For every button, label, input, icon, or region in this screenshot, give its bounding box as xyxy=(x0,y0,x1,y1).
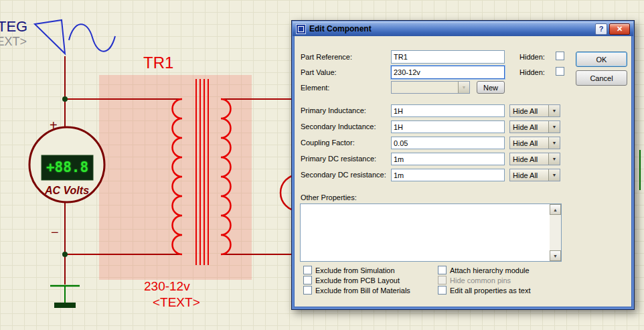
chevron-down-icon[interactable]: ▼ xyxy=(548,137,560,149)
junction-dot xyxy=(62,252,68,257)
secondary-inductance-label: Secondary Inductance: xyxy=(301,122,376,131)
primary-dc-resistance-visibility[interactable]: Hide All ▼ xyxy=(509,153,560,165)
element-dropdown-value xyxy=(392,82,458,93)
secondary-inductance-input[interactable] xyxy=(391,120,505,133)
edit-component-dialog: Edit Component ? ✕ Part Reference: Hidde… xyxy=(291,20,635,310)
chevron-down-icon[interactable]: ▼ xyxy=(548,153,560,165)
edit-properties-text-label: Edit all properties as text xyxy=(450,286,530,295)
hidden-checkbox-2[interactable] xyxy=(556,67,564,76)
other-properties-textarea[interactable]: ▲ ▼ xyxy=(300,203,562,262)
voltmeter-reading: +88.8 xyxy=(42,159,93,175)
secondary-dc-resistance-visibility[interactable]: Hide All ▼ xyxy=(509,169,560,181)
new-button[interactable]: New xyxy=(477,81,505,94)
attach-hierarchy-label: Attach hierarchy module xyxy=(450,266,530,274)
primary-inductance-input[interactable] xyxy=(391,104,505,117)
exclude-bom-checkbox[interactable] xyxy=(303,286,312,295)
generator-symbol[interactable] xyxy=(35,20,115,54)
transformer-text-label: <TEXT> xyxy=(153,295,200,310)
scroll-down-icon[interactable]: ▼ xyxy=(550,250,561,261)
hidden-checkbox-1[interactable] xyxy=(556,52,564,60)
chevron-down-icon[interactable]: ▼ xyxy=(548,105,560,116)
exclude-simulation-checkbox[interactable] xyxy=(303,266,312,274)
hidden-label-2: Hidden: xyxy=(519,68,545,76)
secondary-inductance-visibility[interactable]: Hide All ▼ xyxy=(509,120,560,133)
voltmeter-label: AC Volts xyxy=(30,185,104,197)
coupling-factor-input[interactable] xyxy=(391,137,505,149)
coupling-factor-label: Coupling Factor: xyxy=(301,139,355,147)
visibility-value: Hide All xyxy=(510,121,548,133)
secondary-dc-resistance-input[interactable] xyxy=(391,169,505,181)
app-icon xyxy=(296,24,306,34)
part-reference-label: Part Reference: xyxy=(301,53,352,61)
part-value-label: Part Value: xyxy=(301,68,337,76)
voltmeter-minus-label: − xyxy=(51,225,59,240)
scroll-up-icon[interactable]: ▲ xyxy=(550,204,561,215)
visibility-value: Hide All xyxy=(510,153,548,165)
transformer-ref-label: TR1 xyxy=(143,54,173,72)
cancel-button[interactable]: Cancel xyxy=(576,70,627,86)
dialog-title: Edit Component xyxy=(309,24,593,33)
generator-text-label: <TEXT> xyxy=(0,35,27,49)
voltmeter-plus-label: + xyxy=(50,118,58,133)
dialog-titlebar[interactable]: Edit Component ? ✕ xyxy=(293,21,633,36)
coupling-factor-visibility[interactable]: Hide All ▼ xyxy=(509,137,560,149)
close-icon[interactable]: ✕ xyxy=(609,23,630,35)
edit-properties-text-checkbox[interactable] xyxy=(438,286,447,295)
transformer-value-label: 230-12v xyxy=(144,279,190,294)
ground-bar-thick xyxy=(54,303,76,308)
element-label: Element: xyxy=(301,84,329,92)
exclude-pcb-label: Exclude from PCB Layout xyxy=(315,276,400,284)
part-reference-input[interactable] xyxy=(391,50,505,64)
generator-flag[interactable] xyxy=(35,20,65,54)
visibility-value: Hide All xyxy=(510,169,548,181)
proteus-schematic-canvas: { "schematic": { "generator": { "label":… xyxy=(0,0,644,330)
secondary-dc-resistance-label: Secondary DC resistance: xyxy=(301,171,386,179)
element-dropdown[interactable]: ▼ xyxy=(391,81,470,94)
junction-dot xyxy=(62,96,68,102)
visibility-value: Hide All xyxy=(510,137,548,149)
chevron-down-icon[interactable]: ▼ xyxy=(548,169,560,181)
attach-hierarchy-checkbox[interactable] xyxy=(438,266,447,274)
chevron-down-icon[interactable]: ▼ xyxy=(458,82,469,93)
visibility-value: Hide All xyxy=(510,105,548,116)
ok-button[interactable]: OK xyxy=(576,52,627,67)
chevron-down-icon[interactable]: ▼ xyxy=(548,121,560,133)
other-properties-label: Other Properties: xyxy=(301,193,357,201)
primary-dc-resistance-input[interactable] xyxy=(391,153,505,165)
part-value-input[interactable] xyxy=(391,66,505,79)
generator-ref-label: TEG xyxy=(0,18,27,35)
hide-common-pins-label: Hide common pins xyxy=(450,276,511,284)
primary-inductance-label: Primary Inductance: xyxy=(301,106,366,114)
ground-symbol[interactable] xyxy=(50,286,80,308)
hidden-label-1: Hidden: xyxy=(519,53,545,61)
primary-dc-resistance-label: Primary DC resistance: xyxy=(301,155,376,163)
help-button[interactable]: ? xyxy=(595,23,607,35)
vertical-scrollbar[interactable]: ▲ ▼ xyxy=(550,204,561,261)
exclude-bom-label: Exclude from Bill of Materials xyxy=(315,286,410,295)
sine-wave-icon xyxy=(69,24,115,52)
primary-inductance-visibility[interactable]: Hide All ▼ xyxy=(509,104,560,117)
hide-common-pins-checkbox xyxy=(438,276,447,284)
exclude-simulation-label: Exclude from Simulation xyxy=(315,266,395,274)
exclude-pcb-checkbox[interactable] xyxy=(303,276,312,284)
